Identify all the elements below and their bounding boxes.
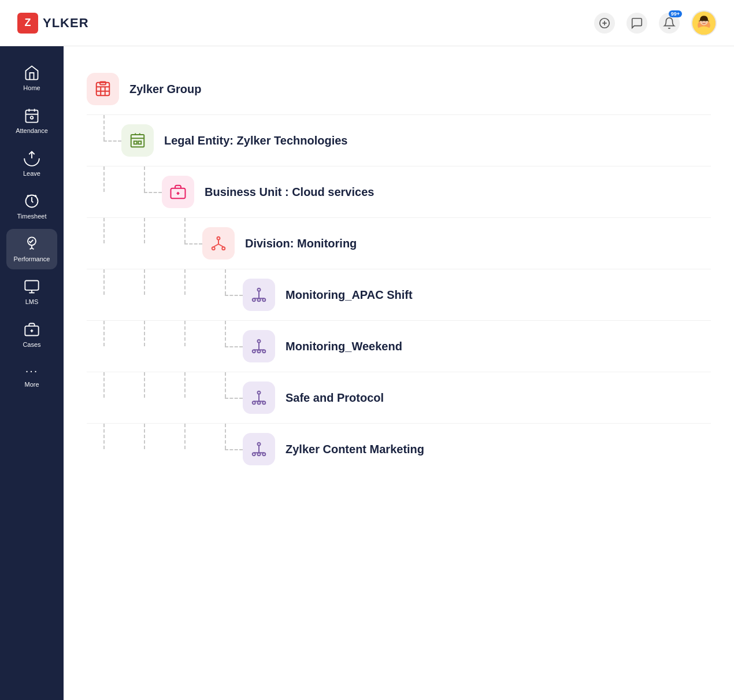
node-label-safe: Safe and Protocol xyxy=(286,391,384,405)
notification-button[interactable]: 99+ xyxy=(659,13,680,34)
node-icon-marketing xyxy=(243,433,275,465)
svg-point-13 xyxy=(31,116,34,119)
tree-row-marketing: Zylker Content Marketing xyxy=(87,424,711,475)
node-label-weekend: Monitoring_Weekend xyxy=(286,340,402,353)
node-icon-root xyxy=(87,73,119,105)
group-icon-4 xyxy=(250,440,268,458)
tree-row-safe: Safe and Protocol xyxy=(87,372,711,424)
home-icon xyxy=(24,65,40,81)
sidebar-item-attendance-label: Attendance xyxy=(16,127,48,134)
sidebar: Home Attendance Leave Timesheet Performa… xyxy=(0,46,64,700)
svg-rect-32 xyxy=(134,141,137,144)
timesheet-icon xyxy=(24,193,40,209)
briefcase-icon xyxy=(169,183,187,201)
header-actions: 99+ xyxy=(594,10,717,36)
svg-point-49 xyxy=(258,340,261,343)
sidebar-item-timesheet[interactable]: Timesheet xyxy=(6,186,57,227)
tree-row-div: Division: Monitoring xyxy=(87,218,711,269)
tree-row-apac: Monitoring_APAC Shift xyxy=(87,269,711,321)
sidebar-item-home[interactable]: Home xyxy=(6,58,57,98)
node-icon-div xyxy=(202,227,235,260)
avatar-image xyxy=(692,10,716,36)
group-icon xyxy=(250,286,268,303)
node-icon-bu xyxy=(162,176,194,208)
logo-text: YLKER xyxy=(43,16,89,31)
leave-icon xyxy=(24,150,40,166)
sidebar-item-leave-label: Leave xyxy=(23,170,40,177)
header: Z YLKER 99+ xyxy=(0,0,734,46)
node-icon-weekend xyxy=(243,330,275,362)
org-tree: Zylker Group xyxy=(87,64,711,475)
tree-row-bu: Business Unit : Cloud services xyxy=(87,166,711,218)
svg-rect-18 xyxy=(25,281,38,290)
node-label-div: Division: Monitoring xyxy=(245,237,357,250)
svg-point-39 xyxy=(222,247,225,250)
node-label-bu: Business Unit : Cloud services xyxy=(205,186,374,199)
svg-point-8 xyxy=(705,20,706,21)
svg-rect-29 xyxy=(100,82,106,85)
svg-point-55 xyxy=(258,391,261,394)
group-icon-3 xyxy=(250,389,268,406)
legal-building-icon xyxy=(129,132,146,149)
main-layout: Home Attendance Leave Timesheet Performa… xyxy=(0,46,734,700)
sidebar-item-home-label: Home xyxy=(23,84,40,91)
tree-row-root: Zylker Group xyxy=(87,64,711,115)
svg-point-7 xyxy=(702,20,703,21)
sidebar-item-lms[interactable]: LMS xyxy=(6,272,57,312)
logo: Z YLKER xyxy=(17,13,89,34)
content-area: Zylker Group xyxy=(64,46,734,700)
user-avatar[interactable] xyxy=(691,10,717,36)
node-icon-apac xyxy=(243,279,275,311)
svg-line-42 xyxy=(218,244,224,247)
node-label-root: Zylker Group xyxy=(129,83,201,96)
more-dots-icon: ··· xyxy=(25,364,39,377)
svg-rect-30 xyxy=(131,135,144,147)
node-label-marketing: Zylker Content Marketing xyxy=(286,443,424,456)
building-icon xyxy=(94,80,112,98)
svg-rect-33 xyxy=(138,141,141,144)
notification-badge: 99+ xyxy=(669,10,682,17)
sidebar-item-timesheet-label: Timesheet xyxy=(17,213,47,220)
sidebar-item-lms-label: LMS xyxy=(25,298,39,305)
svg-point-43 xyxy=(258,288,261,291)
chat-button[interactable] xyxy=(627,13,647,34)
tree-row-legal: Legal Entity: Zylker Technologies xyxy=(87,115,711,166)
svg-point-38 xyxy=(212,247,215,250)
attendance-icon xyxy=(24,108,40,124)
node-icon-legal xyxy=(121,124,154,157)
sidebar-item-performance[interactable]: Performance xyxy=(6,229,57,269)
sidebar-item-more[interactable]: ··· More xyxy=(6,357,57,395)
sidebar-item-more-label: More xyxy=(24,381,39,388)
lms-icon xyxy=(24,279,40,295)
node-label-apac: Monitoring_APAC Shift xyxy=(286,288,413,302)
sidebar-item-leave[interactable]: Leave xyxy=(6,143,57,184)
sidebar-item-attendance[interactable]: Attendance xyxy=(6,101,57,141)
svg-point-61 xyxy=(258,443,261,446)
hierarchy-icon xyxy=(210,235,227,252)
logo-icon: Z xyxy=(17,13,38,34)
cases-icon xyxy=(24,321,40,338)
sidebar-item-performance-label: Performance xyxy=(14,255,50,262)
node-icon-safe xyxy=(243,382,275,414)
svg-point-37 xyxy=(217,237,220,240)
sidebar-item-cases-label: Cases xyxy=(23,341,40,348)
group-icon-2 xyxy=(250,338,268,355)
performance-icon xyxy=(24,236,40,252)
svg-line-41 xyxy=(213,244,218,247)
sidebar-item-cases[interactable]: Cases xyxy=(6,314,57,355)
tree-row-weekend: Monitoring_Weekend xyxy=(87,321,711,372)
add-button[interactable] xyxy=(594,13,615,34)
node-label-legal: Legal Entity: Zylker Technologies xyxy=(164,134,347,147)
